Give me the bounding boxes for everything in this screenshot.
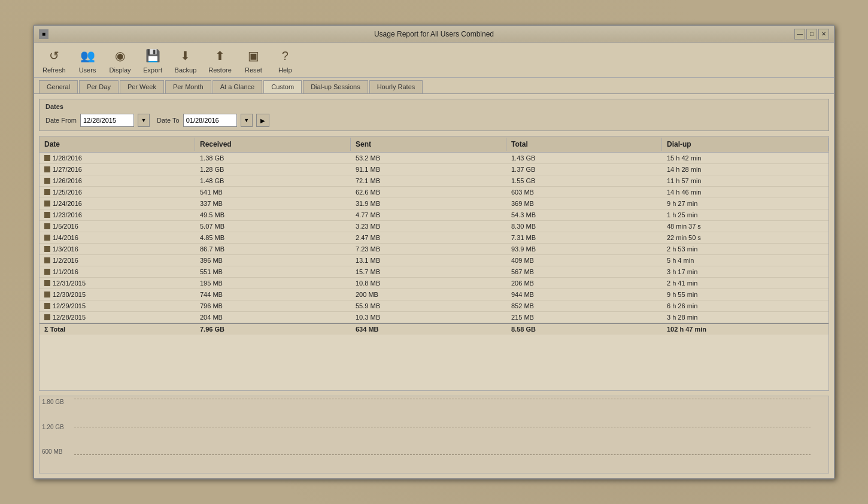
- reset-icon: ▣: [244, 46, 263, 65]
- tab-per-month[interactable]: Per Month: [165, 80, 211, 93]
- toolbar-export-button[interactable]: 💾 Export: [139, 45, 166, 75]
- tab-at-a-glance[interactable]: At a Glance: [213, 80, 262, 93]
- window-title: Usage Report for All Users Combined: [374, 30, 494, 38]
- table-row[interactable]: 1/5/2016 5.07 MB 3.23 MB 8.30 MB 48 min …: [40, 221, 828, 232]
- row-icon: [44, 280, 50, 286]
- table-body: 1/28/2016 1.38 GB 53.2 MB 1.43 GB 15 h 4…: [40, 153, 828, 335]
- refresh-icon: ↺: [44, 46, 63, 65]
- cell-total: 54.3 MB: [506, 210, 662, 220]
- toolbar: ↺ Refresh 👥 Users ◉ Display 💾 Export ⬇ B…: [34, 42, 834, 78]
- tab-hourly-rates[interactable]: Hourly Rates: [369, 80, 423, 93]
- table-header: DateReceivedSentTotalDial-up: [40, 136, 828, 153]
- close-button[interactable]: ✕: [818, 29, 829, 40]
- date-nav-button[interactable]: ▶: [256, 114, 269, 127]
- tab-per-week[interactable]: Per Week: [120, 80, 164, 93]
- cell-dialup: 3 h 28 min: [662, 312, 828, 323]
- cell-dialup: 9 h 27 min: [662, 198, 828, 209]
- row-icon: [44, 201, 50, 207]
- table-row[interactable]: 1/27/2016 1.28 GB 91.1 MB 1.37 GB 14 h 2…: [40, 164, 828, 175]
- total-label: Σ Total: [40, 324, 195, 335]
- cell-sent: 53.2 MB: [351, 153, 506, 163]
- date-from-input[interactable]: [80, 114, 134, 127]
- toolbar-reset-button[interactable]: ▣ Reset: [240, 45, 267, 75]
- cell-date: 1/4/2016: [40, 232, 195, 243]
- cell-received: 204 MB: [195, 312, 351, 323]
- table-row[interactable]: 12/30/2015 744 MB 200 MB 944 MB 9 h 55 m…: [40, 289, 828, 300]
- title-bar: ■ Usage Report for All Users Combined — …: [34, 26, 834, 42]
- cell-total: 1.43 GB: [506, 153, 662, 163]
- cell-date: 1/28/2016: [40, 153, 195, 163]
- tab-dial-up-sessions[interactable]: Dial-up Sessions: [303, 80, 368, 93]
- column-header-total: Total: [506, 138, 662, 151]
- cell-total: 567 MB: [506, 266, 662, 277]
- cell-total: 8.30 MB: [506, 221, 662, 232]
- cell-sent: 10.3 MB: [351, 312, 506, 323]
- toolbar-backup-button[interactable]: ⬇ Backup: [171, 45, 201, 75]
- restore-label: Restore: [208, 66, 232, 74]
- table-row[interactable]: 1/4/2016 4.85 MB 2.47 MB 7.31 MB 22 min …: [40, 232, 828, 244]
- table-row[interactable]: 1/24/2016 337 MB 31.9 MB 369 MB 9 h 27 m…: [40, 198, 828, 210]
- table-row[interactable]: 1/2/2016 396 MB 13.1 MB 409 MB 5 h 4 min: [40, 255, 828, 266]
- cell-total: 944 MB: [506, 289, 662, 300]
- cell-date: 1/27/2016: [40, 164, 195, 175]
- maximize-button[interactable]: □: [806, 29, 817, 40]
- tab-general[interactable]: General: [39, 80, 78, 93]
- date-to-dropdown[interactable]: ▼: [241, 114, 253, 127]
- column-header-received: Received: [195, 138, 351, 151]
- date-from-dropdown[interactable]: ▼: [138, 114, 150, 127]
- cell-total: 206 MB: [506, 278, 662, 289]
- toolbar-restore-button[interactable]: ⬆ Restore: [205, 45, 235, 75]
- total-sent: 634 MB: [351, 324, 506, 335]
- chart-area: 1.80 GB1.20 GB600 MB: [39, 396, 829, 473]
- toolbar-refresh-button[interactable]: ↺ Refresh: [39, 45, 69, 75]
- users-label: Users: [79, 66, 96, 74]
- cell-total: 7.31 MB: [506, 232, 662, 243]
- cell-dialup: 9 h 55 min: [662, 289, 828, 300]
- date-from-label: Date From: [45, 117, 77, 124]
- row-icon: [44, 269, 50, 275]
- minimize-button[interactable]: —: [794, 29, 805, 40]
- cell-received: 86.7 MB: [195, 244, 351, 254]
- cell-received: 1.48 GB: [195, 175, 351, 186]
- display-label: Display: [110, 66, 131, 74]
- row-icon: [44, 189, 50, 195]
- cell-received: 1.28 GB: [195, 164, 351, 175]
- table-row[interactable]: 12/28/2015 204 MB 10.3 MB 215 MB 3 h 28 …: [40, 312, 828, 323]
- cell-sent: 91.1 MB: [351, 164, 506, 175]
- row-icon: [44, 212, 50, 218]
- tab-custom[interactable]: Custom: [263, 80, 302, 93]
- cell-date: 12/31/2015: [40, 278, 195, 289]
- toolbar-help-button[interactable]: ? Help: [272, 45, 299, 75]
- table-row[interactable]: 12/31/2015 195 MB 10.8 MB 206 MB 2 h 41 …: [40, 278, 828, 289]
- total-dialup: 102 h 47 min: [662, 324, 828, 335]
- table-row[interactable]: 1/1/2016 551 MB 15.7 MB 567 MB 3 h 17 mi…: [40, 266, 828, 278]
- row-icon: [44, 178, 50, 184]
- table-row[interactable]: 1/25/2016 541 MB 62.6 MB 603 MB 14 h 46 …: [40, 187, 828, 198]
- date-to-input[interactable]: [183, 114, 237, 127]
- cell-sent: 15.7 MB: [351, 266, 506, 277]
- toolbar-display-button[interactable]: ◉ Display: [106, 45, 135, 75]
- cell-received: 1.38 GB: [195, 153, 351, 163]
- row-icon: [44, 235, 50, 241]
- column-header-dial-up: Dial-up: [662, 138, 828, 151]
- cell-received: 396 MB: [195, 255, 351, 266]
- cell-sent: 7.23 MB: [351, 244, 506, 254]
- cell-received: 49.5 MB: [195, 210, 351, 220]
- cell-sent: 10.8 MB: [351, 278, 506, 289]
- cell-received: 337 MB: [195, 198, 351, 209]
- row-icon: [44, 155, 50, 161]
- cell-dialup: 3 h 17 min: [662, 266, 828, 277]
- tab-per-day[interactable]: Per Day: [79, 80, 119, 93]
- cell-sent: 4.77 MB: [351, 210, 506, 220]
- cell-total: 1.55 GB: [506, 175, 662, 186]
- cell-total: 369 MB: [506, 198, 662, 209]
- table-row[interactable]: 1/23/2016 49.5 MB 4.77 MB 54.3 MB 1 h 25…: [40, 210, 828, 221]
- table-row[interactable]: 12/29/2015 796 MB 55.9 MB 852 MB 6 h 26 …: [40, 300, 828, 312]
- cell-dialup: 2 h 41 min: [662, 278, 828, 289]
- table-row[interactable]: 1/28/2016 1.38 GB 53.2 MB 1.43 GB 15 h 4…: [40, 153, 828, 164]
- cell-total: 852 MB: [506, 300, 662, 311]
- table-row[interactable]: 1/3/2016 86.7 MB 7.23 MB 93.9 MB 2 h 53 …: [40, 244, 828, 255]
- cell-dialup: 1 h 25 min: [662, 210, 828, 220]
- table-row[interactable]: 1/26/2016 1.48 GB 72.1 MB 1.55 GB 11 h 5…: [40, 175, 828, 187]
- toolbar-users-button[interactable]: 👥 Users: [74, 45, 101, 75]
